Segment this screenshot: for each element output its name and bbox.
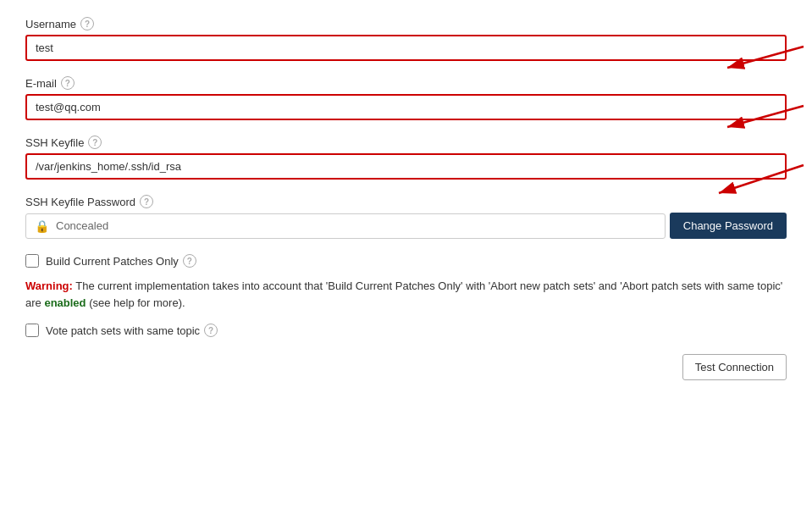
- ssh-keyfile-input[interactable]: [25, 153, 787, 180]
- ssh-keyfile-help-icon[interactable]: ?: [88, 136, 102, 149]
- warning-text2: (see help for more).: [86, 296, 185, 309]
- warning-enabled-text: enabled: [44, 296, 86, 309]
- email-input[interactable]: [25, 94, 787, 120]
- username-help-icon[interactable]: ?: [80, 17, 94, 30]
- ssh-keyfile-password-help-icon[interactable]: ?: [140, 195, 153, 208]
- build-patches-help-icon[interactable]: ?: [183, 254, 196, 268]
- password-input[interactable]: [56, 219, 656, 232]
- email-help-icon[interactable]: ?: [61, 76, 75, 90]
- test-connection-button[interactable]: Test Connection: [682, 354, 787, 380]
- vote-patch-sets-checkbox[interactable]: [25, 324, 39, 337]
- password-input-wrapper: 🔒: [25, 213, 666, 239]
- test-connection-row: Test Connection: [25, 354, 787, 380]
- ssh-keyfile-label: SSH Keyfile ?: [25, 136, 787, 149]
- warning-box: Warning: The current implementation take…: [25, 278, 787, 311]
- build-current-patches-label: Build Current Patches Only ?: [46, 254, 196, 268]
- change-password-button[interactable]: Change Password: [670, 213, 787, 239]
- build-current-patches-checkbox[interactable]: [25, 254, 39, 268]
- build-current-patches-group: Build Current Patches Only ?: [25, 254, 787, 268]
- username-label: Username ?: [25, 17, 787, 30]
- lock-icon: 🔒: [35, 219, 49, 233]
- ssh-keyfile-password-label: SSH Keyfile Password ?: [25, 195, 787, 208]
- vote-patch-help-icon[interactable]: ?: [204, 324, 218, 337]
- vote-patch-sets-group: Vote patch sets with same topic ?: [25, 324, 787, 337]
- email-label: E-mail ?: [25, 76, 787, 90]
- warning-label: Warning:: [25, 279, 73, 292]
- username-input[interactable]: [25, 35, 787, 61]
- vote-patch-sets-label: Vote patch sets with same topic ?: [46, 324, 218, 337]
